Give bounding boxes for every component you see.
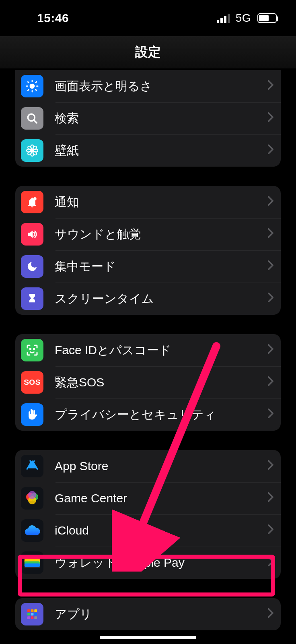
gamecenter-icon — [21, 487, 43, 510]
status-bar: 15:46 5G — [0, 0, 296, 36]
wallet-icon — [21, 551, 43, 574]
chevron-right-icon — [268, 80, 273, 93]
svg-rect-35 — [27, 613, 30, 616]
chevron-right-icon — [268, 344, 273, 357]
display-icon — [21, 75, 43, 97]
chevron-right-icon — [268, 376, 273, 389]
svg-line-10 — [34, 120, 37, 123]
svg-rect-32 — [27, 609, 30, 612]
svg-rect-37 — [34, 613, 37, 616]
battery-icon — [257, 13, 277, 23]
chevron-right-icon — [268, 292, 273, 305]
chevron-right-icon — [268, 144, 273, 157]
svg-rect-33 — [31, 609, 34, 612]
svg-point-16 — [27, 145, 32, 151]
settings-row-label: App Store — [55, 459, 257, 473]
settings-group: App StoreGame CenteriCloudウォレットとApple Pa… — [15, 450, 281, 579]
chevron-right-icon — [268, 556, 273, 569]
home-indicator — [100, 636, 196, 639]
settings-row-faceid[interactable]: Face IDとパスコード — [15, 334, 281, 366]
search-icon — [21, 107, 43, 130]
svg-rect-36 — [31, 613, 34, 616]
settings-row-label: 検索 — [55, 110, 257, 127]
status-right: 5G — [217, 12, 277, 25]
svg-point-20 — [33, 197, 37, 200]
settings-row-label: iCloud — [55, 524, 257, 537]
settings-row-wallpaper[interactable]: 壁紙 — [15, 134, 281, 167]
chevron-right-icon — [268, 524, 273, 537]
svg-point-26 — [28, 491, 36, 499]
settings-row-label: アプリ — [55, 606, 257, 623]
svg-rect-40 — [34, 616, 37, 619]
settings-row-label: 緊急SOS — [55, 374, 257, 391]
svg-rect-34 — [34, 609, 37, 612]
settings-row-notifications[interactable]: 通知 — [15, 186, 281, 218]
chevron-right-icon — [268, 492, 273, 505]
svg-rect-39 — [31, 616, 34, 619]
settings-row-label: 画面表示と明るさ — [55, 78, 257, 95]
svg-point-21 — [30, 349, 31, 349]
svg-line-8 — [36, 82, 37, 83]
wallpaper-icon — [21, 139, 43, 162]
sounds-icon — [21, 223, 43, 246]
settings-row-gamecenter[interactable]: Game Center — [15, 482, 281, 514]
cellular-signal-icon — [217, 13, 230, 23]
settings-row-wallet[interactable]: ウォレットとApple Pay — [15, 547, 281, 579]
svg-point-17 — [32, 151, 37, 156]
settings-group: Face IDとパスコードSOS緊急SOSプライバシーとセキュリティ — [15, 334, 281, 431]
settings-row-label: Face IDとパスコード — [55, 342, 257, 359]
settings-row-privacy[interactable]: プライバシーとセキュリティ — [15, 398, 281, 431]
settings-row-focus[interactable]: 集中モード — [15, 250, 281, 283]
privacy-icon — [21, 403, 43, 426]
sos-icon: SOS — [21, 371, 43, 394]
chevron-right-icon — [268, 196, 273, 208]
svg-point-0 — [30, 84, 35, 89]
settings-row-label: Game Center — [55, 491, 257, 505]
settings-row-label: プライバシーとセキュリティ — [55, 407, 257, 423]
chevron-right-icon — [268, 608, 273, 621]
svg-point-19 — [27, 151, 32, 156]
chevron-right-icon — [268, 460, 273, 473]
svg-line-6 — [36, 90, 37, 91]
chevron-right-icon — [268, 228, 273, 241]
settings-list: 画面表示と明るさ検索壁紙通知サウンドと触覚集中モードスクリーンタイムFace I… — [0, 68, 296, 644]
settings-row-label: 壁紙 — [55, 142, 257, 159]
settings-row-screentime[interactable]: スクリーンタイム — [15, 283, 281, 315]
settings-row-label: サウンドと触覚 — [55, 226, 257, 243]
settings-row-appstore[interactable]: App Store — [15, 450, 281, 482]
notifications-icon — [21, 191, 43, 213]
settings-group: 通知サウンドと触覚集中モードスクリーンタイム — [15, 186, 281, 315]
settings-row-sounds[interactable]: サウンドと触覚 — [15, 218, 281, 250]
svg-rect-38 — [27, 616, 30, 619]
settings-row-apps[interactable]: アプリ — [15, 598, 281, 630]
focus-icon — [21, 255, 43, 278]
svg-rect-31 — [25, 564, 40, 567]
settings-group: アプリ — [15, 598, 281, 630]
page-header: 設定 — [0, 36, 296, 68]
settings-row-search[interactable]: 検索 — [15, 102, 281, 134]
appstore-icon — [21, 455, 43, 477]
svg-line-7 — [28, 90, 29, 91]
apps-icon — [21, 603, 43, 625]
settings-group: 画面表示と明るさ検索壁紙 — [15, 70, 281, 167]
settings-row-label: スクリーンタイム — [55, 291, 257, 307]
settings-row-label: 通知 — [55, 194, 257, 211]
faceid-icon — [21, 339, 43, 361]
settings-row-display[interactable]: 画面表示と明るさ — [15, 70, 281, 102]
network-label: 5G — [236, 12, 251, 25]
chevron-right-icon — [268, 112, 273, 125]
svg-point-18 — [32, 145, 37, 151]
chevron-right-icon — [268, 408, 273, 421]
page-title: 設定 — [135, 43, 161, 61]
icloud-icon — [21, 519, 43, 542]
settings-row-label: 集中モード — [55, 258, 257, 275]
chevron-right-icon — [268, 260, 273, 273]
screentime-icon — [21, 287, 43, 310]
settings-row-icloud[interactable]: iCloud — [15, 514, 281, 547]
settings-row-label: ウォレットとApple Pay — [55, 555, 257, 571]
settings-row-sos[interactable]: SOS緊急SOS — [15, 366, 281, 398]
status-time: 15:46 — [37, 11, 69, 25]
svg-line-5 — [28, 82, 29, 83]
svg-point-22 — [33, 349, 34, 349]
